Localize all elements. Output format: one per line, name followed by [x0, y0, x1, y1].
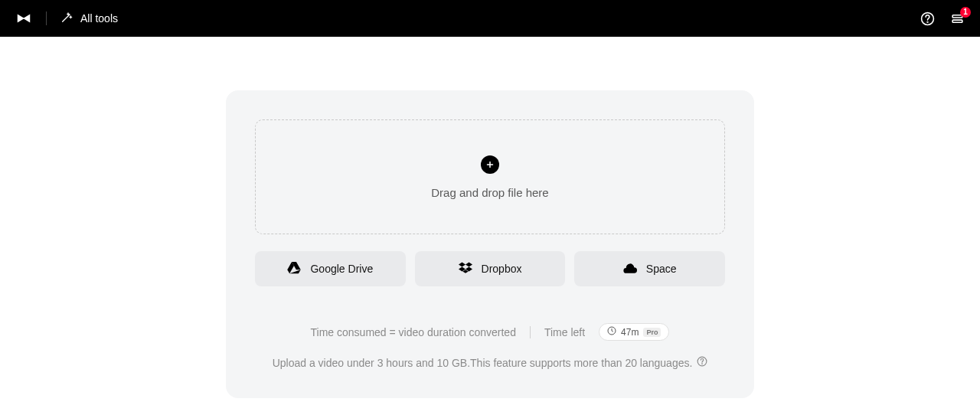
dropbox-label: Dropbox — [482, 263, 522, 275]
time-consumed-label: Time consumed = video duration converted — [311, 326, 516, 338]
upload-hint: Upload a video under 3 hours and 10 GB.T… — [273, 357, 693, 369]
notification-badge: 1 — [960, 7, 971, 18]
all-tools-label: All tools — [80, 12, 118, 25]
time-left-pill[interactable]: 47m Pro — [599, 323, 669, 341]
dropzone-label: Drag and drop file here — [431, 186, 548, 199]
help-hint-icon[interactable] — [697, 356, 707, 369]
time-left-value: 47m — [621, 327, 639, 338]
upload-hint-row: Upload a video under 3 hours and 10 GB.T… — [255, 356, 725, 369]
google-drive-label: Google Drive — [310, 263, 373, 275]
space-button[interactable]: Space — [574, 251, 725, 286]
svg-point-6 — [702, 364, 703, 364]
space-label: Space — [646, 263, 677, 275]
magic-wand-icon — [60, 11, 73, 26]
header-divider — [46, 11, 47, 25]
help-button[interactable] — [920, 11, 935, 26]
svg-rect-3 — [952, 20, 962, 22]
main-content: Drag and drop file here Google Drive — [0, 37, 980, 398]
header-right: 1 — [920, 11, 965, 26]
dropbox-icon — [459, 262, 472, 276]
all-tools-button[interactable]: All tools — [60, 11, 118, 26]
dropzone[interactable]: Drag and drop file here — [255, 119, 725, 234]
upload-card: Drag and drop file here Google Drive — [226, 90, 754, 398]
dropbox-button[interactable]: Dropbox — [415, 251, 566, 286]
notifications-button[interactable]: 1 — [950, 11, 965, 26]
info-section: Time consumed = video duration converted… — [255, 323, 725, 369]
google-drive-button[interactable]: Google Drive — [255, 251, 406, 286]
plus-icon — [481, 155, 499, 174]
pro-tag: Pro — [643, 328, 661, 337]
app-header: All tools 1 — [0, 0, 980, 37]
time-info-row: Time consumed = video duration converted… — [255, 323, 725, 341]
cloud-icon — [623, 263, 637, 276]
source-buttons: Google Drive Dropbox — [255, 251, 725, 286]
svg-point-1 — [927, 21, 928, 22]
time-left-label: Time left — [544, 326, 585, 338]
app-logo[interactable] — [15, 10, 32, 27]
google-drive-icon — [287, 262, 301, 276]
header-left: All tools — [15, 10, 118, 27]
info-divider — [530, 326, 531, 338]
clock-icon — [607, 326, 616, 338]
